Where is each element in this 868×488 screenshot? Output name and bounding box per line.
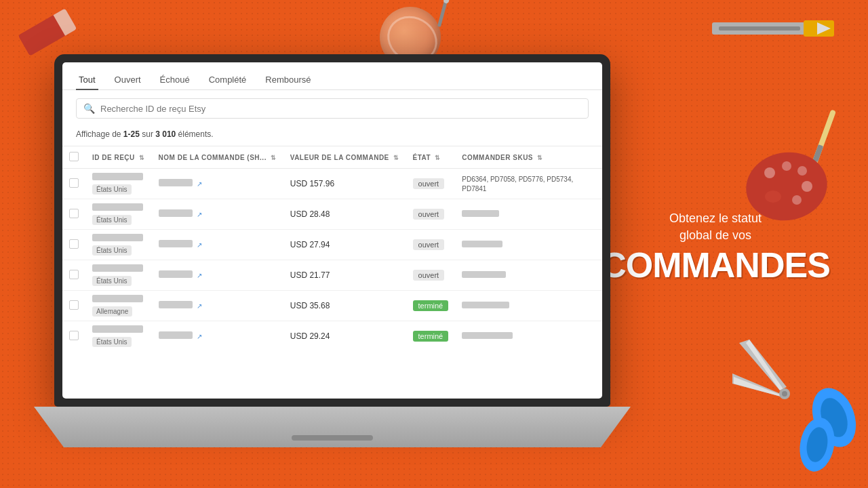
order-name-blurred [159, 209, 193, 217]
table-row: États Unis ↗ USD 157.96 ouvert PD6364, P… [62, 169, 602, 199]
row-checkbox-cell [62, 169, 85, 199]
order-name-blurred [159, 240, 193, 247]
promo-section: Obtenez le statut global de vos COMMANDE… [597, 210, 834, 283]
row-receipt-id-cell: États Unis [85, 169, 152, 199]
header-order-name-label: NOM DE LA COMMANDE (SH... [159, 154, 267, 161]
order-amount: USD 21.77 [290, 270, 330, 280]
table-row: États Unis ↗ USD 29.24 terminé [62, 321, 602, 352]
tab-rembourse[interactable]: Remboursé [262, 70, 313, 90]
status-badge: terminé [413, 331, 449, 342]
order-amount: USD 35.68 [290, 301, 330, 310]
display-info: Affichage de 1-25 sur 3 010 éléments. [62, 127, 602, 146]
row-checkbox-cell [62, 230, 85, 260]
row-skus-cell [455, 199, 602, 230]
select-all-checkbox[interactable] [69, 152, 79, 161]
app-content: Tout Ouvert Échoué Complété Remboursé 🔍 … [62, 62, 602, 399]
tab-complete[interactable]: Complété [206, 70, 250, 90]
header-order-name[interactable]: NOM DE LA COMMANDE (SH... ⇅ [152, 146, 283, 169]
sku-list-value [462, 272, 506, 279]
row-value-cell: USD 21.77 [283, 260, 406, 291]
order-name-link[interactable]: ↗ [159, 301, 202, 310]
status-badge: terminé [413, 300, 449, 311]
header-skus[interactable]: COMMANDER SKUS ⇅ [455, 146, 602, 169]
table-row: États Unis ↗ USD 21.77 ouvert [62, 260, 602, 291]
row-status-cell: terminé [406, 291, 456, 321]
search-icon: 🔍 [83, 103, 95, 114]
order-amount: USD 29.24 [290, 331, 330, 341]
display-range: 1-25 [123, 129, 140, 139]
header-order-value[interactable]: VALEUR DE LA COMMANDE ⇅ [283, 146, 406, 169]
order-name-blurred [159, 301, 193, 308]
row-checkbox-4[interactable] [69, 300, 79, 310]
row-status-cell: ouvert [406, 169, 456, 199]
order-amount: USD 157.96 [290, 179, 334, 188]
row-order-name-cell: ↗ [152, 169, 283, 199]
external-link-icon: ↗ [197, 333, 202, 340]
row-value-cell: USD 157.96 [283, 169, 406, 199]
promo-subtitle: Obtenez le statut global de vos [597, 210, 834, 244]
receipt-id-blurred [92, 234, 143, 241]
external-link-icon: ↗ [197, 272, 202, 279]
country-badge: États Unis [92, 245, 132, 256]
table-row: Allemagne ↗ USD 35.68 terminé [62, 291, 602, 321]
country-badge: Allemagne [92, 306, 132, 317]
orders-table: ID DE REÇU ⇅ NOM DE LA COMMANDE (SH... ⇅… [62, 146, 602, 399]
order-name-link[interactable]: ↗ [159, 179, 202, 188]
header-status[interactable]: ÉTAT ⇅ [406, 146, 456, 169]
row-checkbox-3[interactable] [69, 270, 79, 279]
order-name-blurred [159, 331, 193, 339]
row-order-name-cell: ↗ [152, 260, 283, 291]
row-skus-cell [455, 291, 602, 321]
laptop-base [34, 407, 631, 447]
row-status-cell: terminé [406, 321, 456, 352]
search-wrapper: 🔍 [76, 98, 589, 119]
search-input[interactable] [100, 104, 581, 114]
order-name-link[interactable]: ↗ [159, 331, 202, 341]
row-checkbox-cell [62, 321, 85, 352]
display-total: 3 010 [155, 129, 176, 139]
row-receipt-id-cell: États Unis [85, 230, 152, 260]
tabs-bar: Tout Ouvert Échoué Complété Remboursé [62, 62, 602, 90]
display-middle: sur [140, 129, 155, 139]
table-row: États Unis ↗ USD 28.48 ouvert [62, 199, 602, 230]
table-row: États Unis ↗ USD 27.94 ouvert [62, 230, 602, 260]
row-skus-cell [455, 260, 602, 291]
country-badge: États Unis [92, 276, 132, 286]
row-checkbox-0[interactable] [69, 178, 79, 188]
row-receipt-id-cell: États Unis [85, 321, 152, 352]
tab-ouvert[interactable]: Ouvert [112, 70, 144, 90]
header-receipt-id[interactable]: ID DE REÇU ⇅ [85, 146, 152, 169]
order-name-link[interactable]: ↗ [159, 209, 202, 219]
sort-order-value-icon: ⇅ [393, 155, 399, 161]
laptop-frame: Tout Ouvert Échoué Complété Remboursé 🔍 … [54, 54, 610, 407]
order-name-link[interactable]: ↗ [159, 270, 202, 280]
row-order-name-cell: ↗ [152, 321, 283, 352]
row-skus-cell: PD6364, PD7058, PD5776, PD5734, PD7841 [455, 169, 602, 199]
external-link-icon: ↗ [197, 302, 202, 310]
country-badge: États Unis [92, 215, 132, 225]
row-status-cell: ouvert [406, 230, 456, 260]
order-name-link[interactable]: ↗ [159, 240, 202, 249]
row-status-cell: ouvert [406, 260, 456, 291]
receipt-id-blurred [92, 203, 143, 211]
row-order-name-cell: ↗ [152, 199, 283, 230]
row-checkbox-cell [62, 199, 85, 230]
tab-tout[interactable]: Tout [76, 70, 98, 90]
sku-list-value [462, 333, 513, 340]
order-name-blurred [159, 270, 193, 278]
status-badge: ouvert [413, 239, 445, 250]
display-prefix: Affichage de [76, 129, 123, 139]
country-badge: États Unis [92, 184, 132, 195]
header-checkbox [62, 146, 85, 169]
tab-echoue[interactable]: Échoué [157, 70, 193, 90]
status-badge: ouvert [413, 270, 445, 281]
search-section: 🔍 [62, 90, 602, 127]
sku-list-value [462, 302, 509, 310]
display-suffix: éléments. [176, 129, 213, 139]
row-checkbox-1[interactable] [69, 209, 79, 218]
row-checkbox-2[interactable] [69, 239, 79, 249]
sort-status-icon: ⇅ [435, 155, 441, 161]
laptop-screen: Tout Ouvert Échoué Complété Remboursé 🔍 … [62, 62, 602, 399]
row-checkbox-5[interactable] [69, 331, 79, 340]
row-receipt-id-cell: États Unis [85, 260, 152, 291]
